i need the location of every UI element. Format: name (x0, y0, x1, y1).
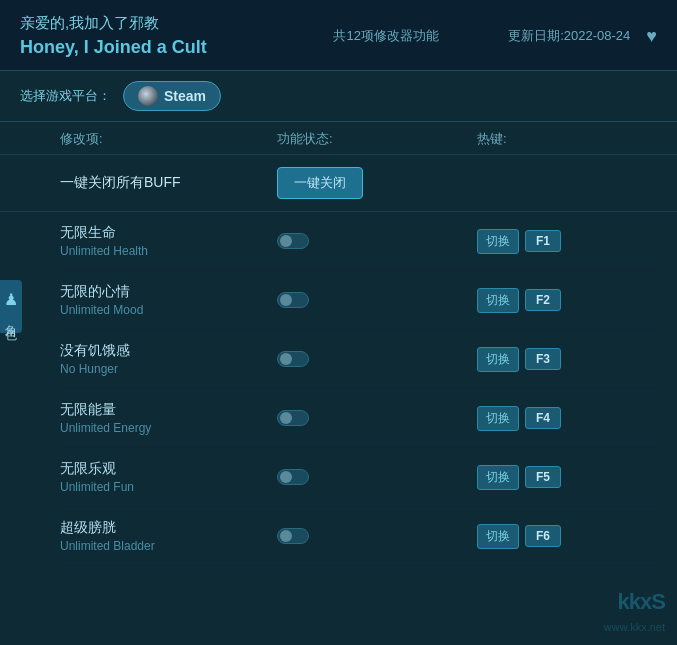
toggle-switch[interactable] (277, 528, 309, 544)
hotkey-group: 切换 F1 (477, 229, 657, 254)
one-key-button-container: 一键关闭 (277, 167, 477, 199)
hotkey-group: 切换 F2 (477, 288, 657, 313)
one-key-row: 一键关闭所有BUFF 一键关闭 (0, 155, 677, 212)
heart-icon[interactable]: ♥ (646, 26, 657, 47)
mod-name-zh: 无限的心情 (60, 283, 277, 301)
toggle-container (277, 469, 477, 485)
header-right: 更新日期:2022-08-24 ♥ (508, 26, 657, 47)
toggle-switch[interactable] (277, 233, 309, 249)
mod-name-en: Unlimited Fun (60, 480, 277, 494)
hotkey-switch-button[interactable]: 切换 (477, 347, 519, 372)
steam-button[interactable]: Steam (123, 81, 221, 111)
steam-label: Steam (164, 88, 206, 104)
toggle-switch[interactable] (277, 292, 309, 308)
hotkey-key-button[interactable]: F4 (525, 407, 561, 429)
hotkey-key-button[interactable]: F1 (525, 230, 561, 252)
one-key-button[interactable]: 一键关闭 (277, 167, 363, 199)
mod-name-zh: 无限能量 (60, 401, 277, 419)
toggle-knob (280, 294, 292, 306)
hotkey-key-button[interactable]: F3 (525, 348, 561, 370)
hotkey-switch-button[interactable]: 切换 (477, 406, 519, 431)
toggle-knob (280, 530, 292, 542)
toggle-container (277, 528, 477, 544)
mod-name-en: Unlimited Health (60, 244, 277, 258)
toggle-container (277, 410, 477, 426)
hotkey-group: 切换 F3 (477, 347, 657, 372)
mod-name-zh: 没有饥饿感 (60, 342, 277, 360)
mod-row: 没有饥饿感 No Hunger 切换 F3 (60, 330, 657, 389)
toggle-switch[interactable] (277, 469, 309, 485)
watermark-url: www.kkx.net (604, 619, 665, 637)
toggle-container (277, 233, 477, 249)
watermark: kkxS www.kkx.net (604, 584, 665, 637)
mod-name-block: 超级膀胱 Unlimited Bladder (60, 519, 277, 553)
watermark-logo: kkxS (604, 584, 665, 619)
hotkey-switch-button[interactable]: 切换 (477, 288, 519, 313)
hotkey-key-button[interactable]: F2 (525, 289, 561, 311)
mod-row: 无限生命 Unlimited Health 切换 F1 (60, 212, 657, 271)
hotkey-group: 切换 F4 (477, 406, 657, 431)
hotkey-key-button[interactable]: F5 (525, 466, 561, 488)
sidebar-tab[interactable]: ♟ 角色 (0, 280, 22, 333)
col-hotkey-label: 热键: (477, 130, 657, 148)
toggle-knob (280, 353, 292, 365)
platform-bar: 选择游戏平台： Steam (0, 71, 677, 122)
toggle-switch[interactable] (277, 351, 309, 367)
mod-name-block: 无限能量 Unlimited Energy (60, 401, 277, 435)
mod-name-block: 无限生命 Unlimited Health (60, 224, 277, 258)
mod-name-en: Unlimited Energy (60, 421, 277, 435)
header-center: 共12项修改器功能 (264, 27, 508, 45)
hotkey-key-button[interactable]: F6 (525, 525, 561, 547)
toggle-container (277, 351, 477, 367)
sidebar-tab-label: 角色 (5, 315, 17, 323)
title-en: Honey, I Joined a Cult (20, 37, 264, 58)
mod-name-block: 无限的心情 Unlimited Mood (60, 283, 277, 317)
mod-row: 无限能量 Unlimited Energy 切换 F4 (60, 389, 657, 448)
mod-name-en: Unlimited Bladder (60, 539, 277, 553)
mod-name-block: 没有饥饿感 No Hunger (60, 342, 277, 376)
mod-name-zh: 无限乐观 (60, 460, 277, 478)
mod-count-label: 共12项修改器功能 (333, 28, 438, 43)
title-zh: 亲爱的,我加入了邪教 (20, 14, 264, 33)
character-icon: ♟ (4, 290, 18, 309)
mod-name-zh: 超级膀胱 (60, 519, 277, 537)
col-status-label: 功能状态: (277, 130, 477, 148)
update-label: 更新日期:2022-08-24 (508, 27, 630, 45)
mod-row: 超级膀胱 Unlimited Bladder 切换 F6 (60, 507, 657, 566)
platform-label: 选择游戏平台： (20, 87, 111, 105)
mod-list: 无限生命 Unlimited Health 切换 F1 无限的心情 Unlimi… (0, 212, 677, 566)
mod-row: 无限乐观 Unlimited Fun 切换 F5 (60, 448, 657, 507)
mod-row: 无限的心情 Unlimited Mood 切换 F2 (60, 271, 657, 330)
hotkey-group: 切换 F6 (477, 524, 657, 549)
hotkey-switch-button[interactable]: 切换 (477, 229, 519, 254)
col-mod-label: 修改项: (60, 130, 277, 148)
toggle-container (277, 292, 477, 308)
steam-logo-icon (138, 86, 158, 106)
hotkey-switch-button[interactable]: 切换 (477, 465, 519, 490)
toggle-knob (280, 412, 292, 424)
toggle-knob (280, 471, 292, 483)
toggle-switch[interactable] (277, 410, 309, 426)
mod-name-block: 无限乐观 Unlimited Fun (60, 460, 277, 494)
hotkey-switch-button[interactable]: 切换 (477, 524, 519, 549)
hotkey-group: 切换 F5 (477, 465, 657, 490)
header-left: 亲爱的,我加入了邪教 Honey, I Joined a Cult (20, 14, 264, 58)
header: 亲爱的,我加入了邪教 Honey, I Joined a Cult 共12项修改… (0, 0, 677, 71)
mod-name-zh: 无限生命 (60, 224, 277, 242)
table-header: 修改项: 功能状态: 热键: (0, 122, 677, 155)
one-key-name: 一键关闭所有BUFF (60, 174, 277, 192)
mod-name-en: Unlimited Mood (60, 303, 277, 317)
mod-name-en: No Hunger (60, 362, 277, 376)
toggle-knob (280, 235, 292, 247)
